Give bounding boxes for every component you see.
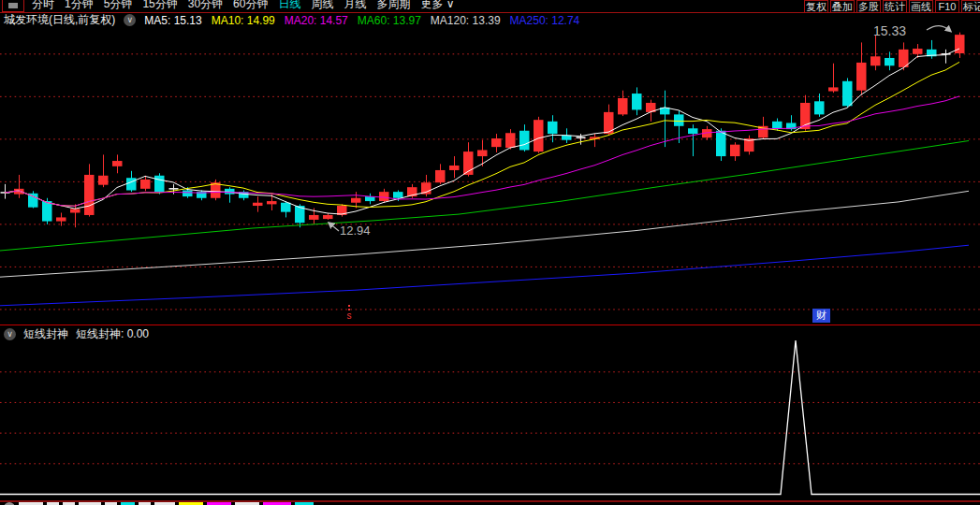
ma-label: MA250: 12.74 bbox=[510, 14, 580, 27]
ma-label: MA10: 14.99 bbox=[212, 14, 275, 27]
period-tab-60分钟[interactable]: 60分钟 bbox=[233, 0, 268, 11]
annotation-arrows-layer bbox=[329, 26, 951, 231]
period-tab-5分钟[interactable]: 5分钟 bbox=[104, 0, 133, 11]
finance-report-marker[interactable]: 财 bbox=[812, 309, 830, 323]
period-tabs: 分时1分钟5分钟15分钟30分钟60分钟日线周线月线多周期更多 ∨ bbox=[32, 0, 455, 11]
period-tab-多周期[interactable]: 多周期 bbox=[376, 0, 410, 11]
ma-label: MA120: 13.39 bbox=[431, 14, 501, 27]
price-chart-canvas[interactable] bbox=[0, 0, 980, 505]
indicator-layer bbox=[0, 340, 980, 501]
toolbar-buttons: 复权叠加多股统计画线F10标记 bbox=[804, 0, 980, 13]
price-annotation-high: 15.33 bbox=[873, 23, 906, 38]
stock-title: 城发环境(日线,前复权) bbox=[4, 12, 115, 28]
toolbar-button-复权[interactable]: 复权 bbox=[804, 0, 828, 13]
period-tab-月线[interactable]: 月线 bbox=[344, 0, 366, 11]
toolbar-button-F10[interactable]: F10 bbox=[935, 0, 959, 13]
ma-label: MA60: 13.97 bbox=[358, 14, 421, 27]
topbar: 分时1分钟5分钟15分钟30分钟60分钟日线周线月线多周期更多 ∨ 复权叠加多股… bbox=[0, 0, 980, 13]
period-tab-15分钟[interactable]: 15分钟 bbox=[142, 0, 177, 11]
toolbar-button-标记[interactable]: 标记 bbox=[961, 0, 980, 13]
ma-label: MA20: 14.57 bbox=[285, 14, 348, 27]
toolbar-button-叠加[interactable]: 叠加 bbox=[830, 0, 855, 13]
period-tab-1分钟[interactable]: 1分钟 bbox=[65, 0, 94, 11]
period-tab-分时[interactable]: 分时 bbox=[32, 0, 54, 11]
dividend-event-marker[interactable]: s bbox=[343, 305, 356, 321]
period-tab-30分钟[interactable]: 30分钟 bbox=[188, 0, 223, 11]
trading-app-window: 分时1分钟5分钟15分钟30分钟60分钟日线周线月线多周期更多 ∨ 复权叠加多股… bbox=[0, 0, 980, 505]
chevron-down-icon[interactable]: ∨ bbox=[4, 328, 16, 340]
chevron-down-icon[interactable]: ∨ bbox=[124, 14, 136, 26]
period-tab-日线[interactable]: 日线 bbox=[278, 0, 300, 11]
toolbar-button-画线[interactable]: 画线 bbox=[909, 0, 933, 13]
ma-value-labels: MA5: 15.13MA10: 14.99MA20: 14.57MA60: 13… bbox=[144, 14, 579, 27]
indicator-header: ∨ 短线封神 短线封神: 0.00 bbox=[4, 327, 149, 341]
period-tab-周线[interactable]: 周线 bbox=[311, 0, 333, 11]
chart-header: 城发环境(日线,前复权) ∨ MA5: 15.13MA10: 14.99MA20… bbox=[4, 13, 579, 27]
toolbar-button-多股[interactable]: 多股 bbox=[856, 0, 881, 13]
indicator-series-value: 短线封神: 0.00 bbox=[76, 326, 149, 342]
price-annotation-low: 12.94 bbox=[340, 224, 371, 238]
toolbar-button-统计[interactable]: 统计 bbox=[883, 0, 907, 13]
dividend-marker-label: s bbox=[347, 311, 352, 321]
period-tab-更多 ∨[interactable]: 更多 ∨ bbox=[420, 0, 454, 11]
ma-label: MA5: 15.13 bbox=[144, 14, 201, 27]
indicator-name: 短线封神 bbox=[23, 326, 68, 342]
app-menu-icon[interactable] bbox=[2, 0, 24, 12]
